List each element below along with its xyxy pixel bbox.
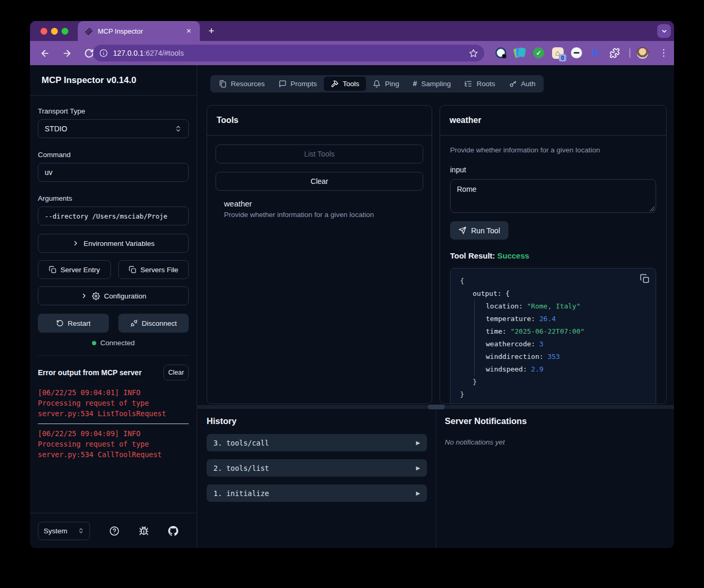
servers-file-button[interactable]: Servers File bbox=[118, 260, 189, 279]
resize-grip-icon[interactable] bbox=[649, 206, 655, 211]
forward-arrow-icon bbox=[62, 48, 72, 58]
browser-tab[interactable]: MCP Inspector ✕ bbox=[78, 21, 200, 41]
transport-type-label: Transport Type bbox=[38, 107, 188, 115]
input-textarea-wrap: Rome bbox=[450, 179, 656, 213]
new-tab-button[interactable]: + bbox=[206, 25, 217, 37]
tab-resources[interactable]: Resources bbox=[212, 77, 272, 91]
browser-menu-icon[interactable]: ⋮ bbox=[657, 46, 670, 60]
arguments-label: Arguments bbox=[38, 194, 188, 202]
minimize-window-button[interactable] bbox=[51, 28, 58, 35]
key-icon bbox=[509, 80, 517, 88]
hash-icon: # bbox=[413, 80, 417, 88]
browser-tabstrip: MCP Inspector ✕ + bbox=[30, 21, 674, 41]
extension-cards-icon[interactable] bbox=[514, 47, 526, 59]
tab-tools[interactable]: Tools bbox=[324, 77, 366, 91]
extensions-row: ✓ ⌂0 N bbox=[495, 47, 620, 59]
help-button[interactable] bbox=[109, 526, 119, 536]
server-entry-button[interactable]: Server Entry bbox=[38, 260, 111, 279]
list-tree-icon bbox=[464, 80, 472, 88]
github-button[interactable] bbox=[168, 526, 178, 536]
configuration-button[interactable]: Configuration bbox=[38, 286, 189, 305]
tab-title: MCP Inspector bbox=[98, 27, 184, 35]
log-line: Processing request of type bbox=[38, 439, 189, 449]
url-path: :6274/#tools bbox=[144, 49, 183, 57]
json-line: winddirection: 353 bbox=[475, 350, 647, 363]
environment-variables-button[interactable]: Environment Variables bbox=[38, 234, 189, 253]
tool-result-line: Tool Result: Success bbox=[450, 251, 656, 260]
status-text: Connected bbox=[100, 339, 135, 347]
bookmark-star-icon[interactable] bbox=[469, 49, 478, 58]
history-item-tools-call[interactable]: 3. tools/call ▶ bbox=[207, 434, 427, 451]
history-panel: History 3. tools/call ▶ 2. tools/list ▶ … bbox=[197, 409, 436, 548]
tab-prompts[interactable]: Prompts bbox=[272, 77, 324, 91]
error-log-entry: [06/22/25 09:04:09] INFO Processing requ… bbox=[38, 428, 189, 460]
horizontal-splitter[interactable] bbox=[197, 405, 674, 409]
transport-type-value: STDIO bbox=[45, 125, 67, 133]
restart-button[interactable]: Restart bbox=[38, 314, 109, 333]
copy-json-icon[interactable] bbox=[640, 274, 649, 283]
server-notifications-title: Server Notifications bbox=[445, 416, 666, 426]
toolbar-separator bbox=[629, 48, 630, 58]
error-output-title: Error output from MCP server bbox=[38, 368, 141, 377]
github-icon bbox=[168, 526, 178, 536]
history-item-tools-list[interactable]: 2. tools/list ▶ bbox=[207, 459, 427, 477]
transport-type-select[interactable]: STDIO bbox=[38, 119, 189, 138]
expand-play-icon: ▶ bbox=[416, 465, 420, 471]
theme-select[interactable]: System bbox=[38, 522, 90, 540]
address-bar[interactable]: 127.0.0.1:6274/#tools bbox=[93, 45, 484, 61]
run-tool-button[interactable]: Run Tool bbox=[450, 221, 508, 240]
restart-icon bbox=[56, 319, 64, 327]
server-entry-label: Server Entry bbox=[60, 266, 100, 274]
chevron-right-icon bbox=[72, 240, 79, 247]
tool-item-name: weather bbox=[224, 199, 423, 208]
tool-item-description: Provide whether information for a given … bbox=[224, 211, 423, 219]
back-button[interactable] bbox=[37, 46, 52, 60]
message-square-icon bbox=[279, 80, 287, 88]
unplug-icon bbox=[130, 319, 138, 327]
tool-list-item-weather[interactable]: weather Provide whether information for … bbox=[216, 199, 423, 219]
tab-close-icon[interactable]: ✕ bbox=[184, 26, 193, 36]
site-info-icon[interactable] bbox=[99, 49, 108, 57]
maximize-window-button[interactable] bbox=[62, 28, 68, 35]
extension-home-icon[interactable]: ⌂0 bbox=[552, 47, 564, 59]
list-tools-button[interactable]: List Tools bbox=[216, 145, 423, 163]
theme-value: System bbox=[44, 527, 67, 535]
tab-search-button[interactable] bbox=[657, 24, 671, 38]
copy-icon bbox=[129, 266, 136, 273]
close-window-button[interactable] bbox=[40, 28, 47, 35]
disconnect-button[interactable]: Disconnect bbox=[118, 314, 189, 333]
json-line: location: "Rome, Italy" bbox=[475, 300, 647, 313]
json-line: } bbox=[460, 376, 647, 388]
extension-password-manager-icon[interactable] bbox=[495, 47, 507, 59]
tab-ping[interactable]: Ping bbox=[366, 77, 406, 91]
command-label: Command bbox=[38, 151, 188, 159]
bug-icon bbox=[139, 526, 149, 536]
extensions-puzzle-icon[interactable] bbox=[608, 47, 620, 59]
json-line: } bbox=[460, 388, 647, 401]
log-line: server.py:534 CallToolRequest bbox=[38, 449, 189, 460]
log-line: [06/22/25 09:04:09] INFO bbox=[38, 428, 189, 439]
json-line: time: "2025-06-22T07:00" bbox=[475, 325, 647, 338]
input-textarea[interactable]: Rome bbox=[450, 179, 656, 213]
history-item-initialize[interactable]: 1. initialize ▶ bbox=[207, 484, 427, 502]
profile-avatar[interactable] bbox=[636, 47, 649, 59]
tab-roots[interactable]: Roots bbox=[457, 77, 502, 91]
json-line: { bbox=[460, 275, 647, 287]
section-tabs: Resources Prompts Tools Ping bbox=[210, 75, 544, 92]
arguments-input[interactable] bbox=[38, 207, 189, 225]
tab-sampling[interactable]: # Sampling bbox=[406, 77, 457, 91]
forward-button[interactable] bbox=[59, 46, 74, 60]
extension-check-icon[interactable]: ✓ bbox=[533, 47, 545, 59]
error-clear-button[interactable]: Clear bbox=[164, 365, 189, 380]
clear-tools-button[interactable]: Clear bbox=[216, 172, 423, 191]
report-bug-button[interactable] bbox=[139, 526, 149, 536]
extension-n-icon[interactable]: N bbox=[589, 47, 601, 59]
extension-round-icon[interactable] bbox=[570, 47, 583, 59]
configuration-label: Configuration bbox=[104, 292, 146, 300]
tab-auth[interactable]: Auth bbox=[502, 77, 543, 91]
tools-panel-body: List Tools Clear weather Provide whether… bbox=[207, 136, 432, 219]
mcp-inspector-app: MCP Inspector v0.14.0 Transport Type STD… bbox=[30, 65, 674, 548]
url-text: 127.0.0.1:6274/#tools bbox=[113, 49, 469, 57]
gear-icon bbox=[92, 292, 100, 300]
command-input[interactable] bbox=[38, 163, 189, 182]
